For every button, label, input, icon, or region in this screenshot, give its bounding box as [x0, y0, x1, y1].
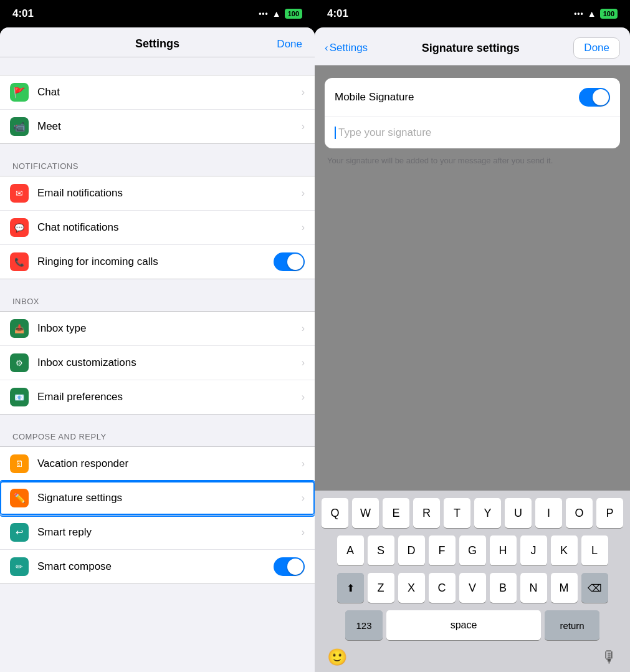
num-key[interactable]: 123	[345, 610, 383, 640]
meet-icon: 📹	[10, 117, 29, 136]
smart-reply-label: Smart reply	[37, 526, 302, 539]
key-g[interactable]: G	[459, 535, 486, 565]
key-b[interactable]: B	[490, 573, 517, 603]
chat-label: Chat	[37, 86, 302, 98]
key-x[interactable]: X	[398, 573, 425, 603]
left-done-button[interactable]: Done	[277, 38, 302, 50]
inbox-customizations-chevron: ›	[302, 357, 305, 368]
chat-notif-icon: 💬	[10, 218, 29, 237]
key-i[interactable]: I	[535, 498, 562, 528]
key-u[interactable]: U	[505, 498, 532, 528]
mobile-signature-toggle[interactable]	[579, 88, 610, 107]
signature-chevron: ›	[302, 492, 305, 504]
smart-compose-row[interactable]: ✏ Smart compose	[0, 550, 315, 583]
meet-label: Meet	[37, 120, 302, 133]
key-j[interactable]: J	[520, 535, 547, 565]
key-e[interactable]: E	[383, 498, 409, 528]
vacation-icon: 🗓	[10, 454, 29, 473]
signature-card: Mobile Signature Type your signature	[325, 78, 620, 148]
meet-row[interactable]: 📹 Meet ›	[0, 110, 315, 143]
ringing-icon: 📞	[10, 252, 29, 271]
email-preferences-chevron: ›	[302, 391, 305, 403]
key-f[interactable]: F	[429, 535, 456, 565]
right-time: 4:01	[327, 7, 574, 20]
key-o[interactable]: O	[566, 498, 593, 528]
key-q[interactable]: Q	[322, 498, 348, 528]
backspace-key[interactable]: ⌫	[581, 573, 608, 603]
space-key[interactable]: space	[386, 610, 541, 640]
signature-input-row[interactable]: Type your signature	[325, 117, 620, 148]
smart-reply-icon: ↩	[10, 523, 29, 542]
mic-button[interactable]: 🎙	[601, 648, 618, 667]
signature-label: Signature settings	[37, 492, 302, 504]
return-key[interactable]: return	[545, 610, 599, 640]
smart-compose-icon: ✏	[10, 557, 29, 576]
key-z[interactable]: Z	[368, 573, 394, 603]
inbox-customizations-row[interactable]: ⚙ Inbox customizations ›	[0, 346, 315, 380]
right-signal-icon: •••	[574, 9, 584, 18]
text-cursor	[335, 127, 336, 139]
key-a[interactable]: A	[337, 535, 364, 565]
keyboard-bottom-row: 123 space return	[317, 610, 628, 640]
key-t[interactable]: T	[444, 498, 470, 528]
signature-placeholder: Type your signature	[338, 127, 431, 139]
smart-reply-chevron: ›	[302, 527, 305, 538]
key-y[interactable]: Y	[474, 498, 501, 528]
ringing-toggle[interactable]	[274, 252, 305, 271]
email-preferences-row[interactable]: 📧 Email preferences ›	[0, 380, 315, 414]
vacation-responder-row[interactable]: 🗓 Vacation responder ›	[0, 447, 315, 481]
key-l[interactable]: L	[581, 535, 608, 565]
email-notif-chevron: ›	[302, 188, 305, 199]
left-nav-title: Settings	[135, 37, 179, 50]
left-nav-bar: Settings Done	[0, 27, 315, 57]
left-status-icons: ••• ▲ 100	[259, 9, 302, 19]
email-preferences-icon: 📧	[10, 388, 29, 406]
back-label: Settings	[330, 42, 368, 54]
chat-icon: 🚩	[10, 83, 29, 102]
right-nav-bar: ‹ Settings Signature settings Done	[315, 27, 630, 65]
right-nav-title: Signature settings	[373, 42, 568, 55]
key-n[interactable]: N	[520, 573, 547, 603]
left-panel: 4:01 ••• ▲ 100 Settings Done 🚩 Chat ›	[0, 0, 315, 672]
smart-compose-toggle[interactable]	[274, 557, 305, 576]
battery-badge: 100	[285, 9, 302, 19]
top-section: 🚩 Chat › 📹 Meet ›	[0, 75, 315, 144]
key-s[interactable]: S	[368, 535, 394, 565]
email-preferences-label: Email preferences	[37, 391, 302, 403]
chat-notifications-row[interactable]: 💬 Chat notifications ›	[0, 211, 315, 245]
email-notif-icon: ✉	[10, 184, 29, 203]
inbox-type-chevron: ›	[302, 323, 305, 334]
key-k[interactable]: K	[551, 535, 578, 565]
left-time: 4:01	[12, 7, 259, 20]
key-p[interactable]: P	[596, 498, 623, 528]
email-notifications-row[interactable]: ✉ Email notifications ›	[0, 176, 315, 211]
keyboard-row-2: A S D F G H J K L	[317, 535, 628, 565]
mobile-signature-label: Mobile Signature	[335, 91, 579, 103]
keyboard: Q W E R T Y U I O P A S D F G H J K L	[315, 491, 630, 672]
key-h[interactable]: H	[490, 535, 517, 565]
ringing-row[interactable]: 📞 Ringing for incoming calls	[0, 245, 315, 279]
key-v[interactable]: V	[459, 573, 486, 603]
inbox-customizations-label: Inbox customizations	[37, 357, 302, 369]
inbox-section: INBOX 📥 Inbox type › ⚙ Inbox customizati…	[0, 297, 315, 415]
chat-row[interactable]: 🚩 Chat ›	[0, 75, 315, 110]
signature-settings-row[interactable]: ✏️ Signature settings ›	[0, 481, 315, 516]
shift-key[interactable]: ⬆	[337, 573, 364, 603]
right-status-icons: ••• ▲ 100	[574, 9, 618, 19]
right-status-bar: 4:01 ••• ▲ 100	[315, 0, 630, 27]
back-chevron: ‹	[325, 42, 328, 54]
key-m[interactable]: M	[551, 573, 578, 603]
inbox-type-row[interactable]: 📥 Inbox type ›	[0, 312, 315, 346]
key-c[interactable]: C	[429, 573, 456, 603]
key-d[interactable]: D	[398, 535, 425, 565]
left-screen: Settings Done 🚩 Chat › 📹 Meet ›	[0, 27, 315, 672]
key-r[interactable]: R	[413, 498, 440, 528]
key-w[interactable]: W	[352, 498, 379, 528]
smart-reply-row[interactable]: ↩ Smart reply ›	[0, 516, 315, 550]
back-button[interactable]: ‹ Settings	[325, 42, 368, 54]
right-done-button[interactable]: Done	[573, 37, 620, 59]
emoji-button[interactable]: 🙂	[327, 648, 347, 667]
compose-group: 🗓 Vacation responder › ✏️ Signature sett…	[0, 446, 315, 584]
inbox-header: INBOX	[0, 297, 315, 311]
right-content: Mobile Signature Type your signature You…	[315, 65, 630, 491]
